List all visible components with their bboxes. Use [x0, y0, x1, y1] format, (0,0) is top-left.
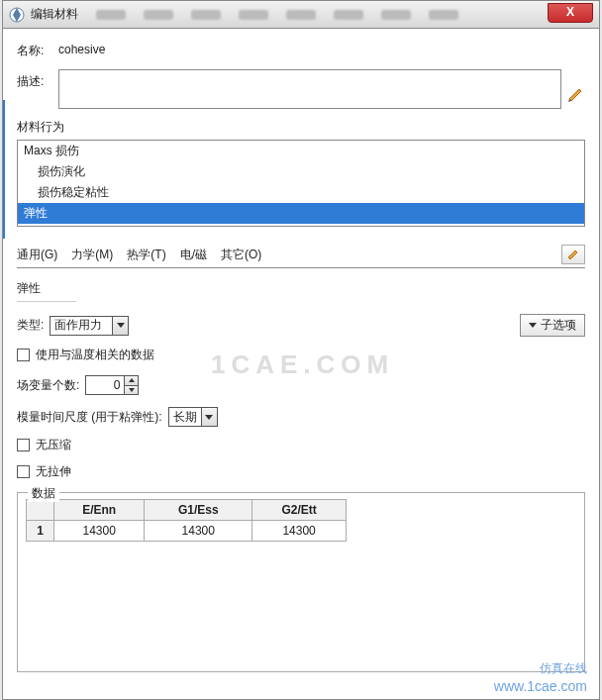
chevron-down-icon	[201, 408, 217, 426]
row-num-header	[27, 500, 54, 521]
table-row[interactable]: 1 14300 14300 14300	[27, 521, 347, 542]
spinner-down-icon[interactable]	[125, 386, 138, 395]
behavior-item[interactable]: Maxs 损伤	[18, 141, 584, 161]
field-vars-label: 场变量个数:	[17, 377, 79, 394]
row-number: 1	[27, 521, 54, 542]
table-header-row: E/Enn G1/Ess G2/Ett	[27, 500, 347, 521]
col-header: G2/Ett	[252, 500, 347, 521]
no-compression-label: 无压缩	[36, 437, 71, 453]
tab-other[interactable]: 其它(O)	[221, 247, 261, 263]
data-legend: 数据	[28, 485, 59, 502]
description-input[interactable]	[58, 69, 561, 109]
window-title: 编辑材料	[31, 6, 78, 23]
tab-thermal[interactable]: 热学(T)	[127, 247, 165, 263]
col-header: G1/Ess	[145, 500, 252, 521]
modulus-time-label: 模量时间尺度 (用于粘弹性):	[17, 409, 162, 426]
modulus-time-select[interactable]: 长期	[168, 407, 218, 427]
chevron-down-icon	[112, 317, 128, 335]
edit-description-icon[interactable]	[567, 85, 585, 103]
behavior-item[interactable]: 损伤稳定粘性	[18, 182, 584, 203]
desc-label: 描述:	[17, 69, 58, 90]
spinner-up-icon[interactable]	[125, 376, 138, 386]
table-cell[interactable]: 14300	[54, 521, 145, 542]
field-vars-spinner[interactable]: 0	[85, 375, 139, 395]
col-header: E/Enn	[54, 500, 145, 521]
suboptions-button[interactable]: 子选项	[520, 314, 585, 337]
behavior-item-selected[interactable]: 弹性	[18, 203, 584, 224]
name-label: 名称:	[17, 39, 58, 59]
tab-em[interactable]: 电/磁	[180, 247, 207, 263]
table-cell[interactable]: 14300	[252, 521, 347, 542]
tabs-row: 通用(G) 力学(M) 热学(T) 电/磁 其它(O)	[17, 245, 585, 268]
menubar-placeholder	[96, 10, 458, 20]
name-value: cohesive	[58, 39, 105, 56]
type-value: 面作用力	[54, 317, 102, 334]
tab-general[interactable]: 通用(G)	[17, 247, 57, 263]
temp-data-label: 使用与温度相关的数据	[36, 347, 154, 363]
close-button[interactable]: X	[548, 3, 593, 23]
type-label: 类型:	[17, 317, 44, 334]
type-select[interactable]: 面作用力	[50, 316, 129, 336]
no-tension-checkbox[interactable]	[17, 465, 30, 478]
table-cell[interactable]: 14300	[145, 521, 252, 542]
edit-tabs-button[interactable]	[561, 245, 585, 264]
no-compression-checkbox[interactable]	[17, 439, 30, 451]
app-icon	[9, 7, 25, 23]
data-group: 数据 E/Enn G1/Ess G2/Ett 1 14300 14300 143…	[17, 492, 585, 672]
behavior-list[interactable]: Maxs 损伤 损伤演化 损伤稳定粘性 弹性	[17, 140, 585, 227]
behavior-item[interactable]: 损伤演化	[18, 161, 584, 182]
field-vars-value: 0	[86, 376, 124, 394]
titlebar: 编辑材料 X	[3, 1, 599, 29]
temp-data-checkbox[interactable]	[17, 349, 30, 361]
tab-mechanics[interactable]: 力学(M)	[71, 247, 113, 263]
left-edge-marker	[3, 100, 5, 239]
data-table[interactable]: E/Enn G1/Ess G2/Ett 1 14300 14300 14300	[26, 499, 347, 542]
elastic-heading: 弹性	[17, 280, 76, 302]
pencil-icon	[566, 248, 580, 261]
no-tension-label: 无拉伸	[36, 463, 71, 480]
suboptions-label: 子选项	[541, 317, 576, 334]
modulus-time-value: 长期	[173, 409, 197, 426]
behavior-label: 材料行为	[17, 119, 585, 136]
